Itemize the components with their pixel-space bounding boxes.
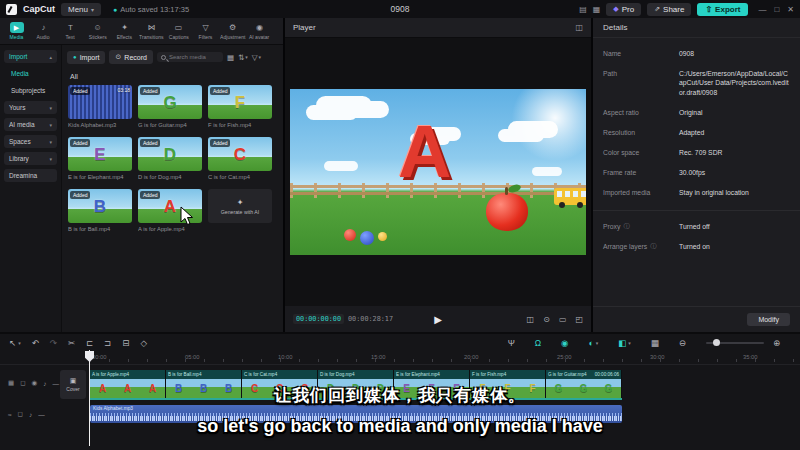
detail-imported-value: Stay in original location [679,188,790,197]
sparkle-icon: ✦ [237,198,244,207]
link-toggle-icon[interactable]: ◉ [561,338,568,348]
total-time: 00:00:28:17 [348,315,393,323]
tab-ai-avatar[interactable]: ◉ AI avatar [246,22,273,40]
tab-stickers[interactable]: ☺ Stickers [84,22,111,40]
sort-icon[interactable]: ⇅▾ [238,53,248,62]
sidebar-item-spaces[interactable]: Spaces ▾ [4,135,57,148]
share-button[interactable]: ⇗ Share [647,3,691,16]
tab-media[interactable]: ▶ Media [3,22,30,40]
detach-player-icon[interactable]: ◫ [575,23,583,32]
sidebar-item-library[interactable]: Library ▾ [4,152,57,165]
mirror-preview-icon[interactable]: ⊙ [543,315,550,324]
trim-left-button[interactable]: ⊏ [86,338,93,348]
player-panel: Player ◫ A [285,18,591,332]
ratio-icon[interactable]: ▭ [559,315,567,324]
close-button[interactable]: ✕ [787,5,794,14]
modify-button[interactable]: Modify [747,313,790,326]
preview-frames-icon[interactable]: ▦ [651,338,659,348]
divider [593,210,800,211]
media-item-c-cat[interactable]: Added C C is for Cat.mp4 [208,137,272,180]
timeline-tracks: ▦ ◻ ◉ ♪ — ≈ ◻ ♪ — ▣ Cover A is for Apple… [0,365,800,450]
media-item-g-guitar[interactable]: Added G G is for Guitar.mp4 [138,85,202,128]
marker-button[interactable]: ◇ [140,338,147,348]
snap-toggle-icon[interactable]: Ω [535,338,541,348]
voiceover-mic-icon[interactable]: Ψ [508,338,515,348]
cursor-icon: ↖ [9,338,16,348]
redo-button[interactable]: ↷ [50,338,57,348]
delete-button[interactable]: ⊟ [122,338,129,348]
added-badge: Added [210,87,230,95]
zoom-in-icon[interactable]: ⊕ [773,338,780,348]
tab-filters[interactable]: ▽ Filters [192,22,219,40]
grid-view-icon[interactable]: ▦ [227,53,234,62]
sidebar-item-media[interactable]: Media [4,67,57,80]
snapshot-icon[interactable]: ◫ [527,315,535,324]
chevron-down-icon: ▾ [49,156,52,162]
media-item-e-elephant[interactable]: Added E E is for Elephant.mp4 [68,137,132,180]
chevron-down-icon: ▾ [91,6,94,13]
detail-proxy-value: Turned off [679,222,790,231]
current-time: 00:00:00:00 [293,314,344,324]
record-button[interactable]: ⊙ Record [109,50,152,64]
track-options-toggle[interactable]: ◧▾ [618,338,631,348]
media-panel: ● Import ⊙ Record ▦ ⇅▾ ▽▾ [62,45,283,332]
zoom-slider-knob[interactable] [713,339,720,346]
undo-button[interactable]: ↶ [32,338,39,348]
menu-button[interactable]: Menu ▾ [61,3,101,16]
tab-adjustment[interactable]: ⚙ Adjustment [219,22,246,40]
layout-toggle-icon[interactable]: ▤ [579,5,587,14]
import-button[interactable]: ● Import [67,51,105,64]
chevron-down-icon: ▾ [18,340,21,346]
zoom-out-icon[interactable]: ⊖ [679,338,686,348]
added-badge: Added [70,139,90,147]
detail-resolution-value: Adapted [679,128,790,137]
caption-track-toggle[interactable]: ◐▾ [589,338,599,348]
tab-text[interactable]: T Text [57,22,84,40]
tab-audio[interactable]: ♪ Audio [30,22,57,40]
play-button[interactable]: ▶ [434,314,442,325]
pro-button[interactable]: ◆ Pro [606,3,641,16]
info-icon[interactable]: ⓘ [623,222,629,230]
timeline-ruler[interactable]: 00:00 05:00 10:00 15:00 20:00 25:00 30:0… [0,351,800,365]
added-badge: Added [140,87,160,95]
captions-icon: ▭ [175,22,183,33]
tab-effects[interactable]: ✦ Effects [111,22,138,40]
timeline-toolbar: ↖▾ ↶ ↷ ✂ ⊏ ⊐ ⊟ ◇ Ψ Ω ◉ ◐▾ ◧▾ ▦ ⊖ ⊕ [0,334,800,351]
generate-with-ai-card[interactable]: ✦ Generate with AI [208,189,272,232]
media-item-f-fish[interactable]: Added F F is for Fish.mp4 [208,85,272,128]
sidebar-item-ai-media[interactable]: AI media ▾ [4,118,57,131]
audio-icon: ♪ [42,22,46,33]
search-input[interactable] [169,54,213,60]
timeline-zoom-slider[interactable] [706,342,764,344]
mouse-cursor [180,206,194,230]
trim-right-button[interactable]: ⊐ [104,338,111,348]
cloud [498,129,544,142]
ribbon-tabs: ▶ Media ♪ Audio T Text ☺ Stickers ✦ Ef [0,18,283,45]
filter-icon[interactable]: ▽▾ [252,53,261,62]
media-grid: Added 03:18 Kids Alphabet.mp3 Added G G … [68,85,272,232]
minimize-button[interactable]: — [758,5,766,14]
sidebar-item-subprojects[interactable]: Subprojects [4,84,57,97]
split-button[interactable]: ✂ [68,338,75,348]
ball [344,229,356,241]
fullscreen-icon[interactable]: ◰ [575,315,583,324]
panel-layout-icon[interactable]: ▦ [593,5,601,14]
search-box[interactable] [157,52,223,62]
school-bus [554,188,586,205]
player-controls: 00:00:00:00 00:00:28:17 ▶ ◫ ⊙ ▭ ◰ [285,306,591,332]
sidebar-item-dreamina[interactable]: Dreamina [4,169,57,182]
select-tool-button[interactable]: ↖▾ [9,338,21,348]
detail-path-value: C:/Users/Emerson/AppData/Local/CapCut/Us… [679,69,790,97]
detail-name-value: 0908 [679,49,790,58]
info-icon[interactable]: ⓘ [650,242,656,250]
tab-captions[interactable]: ▭ Captions [165,22,192,40]
media-item-kids-alphabet[interactable]: Added 03:18 Kids Alphabet.mp3 [68,85,132,128]
sidebar-item-yours[interactable]: Yours ▾ [4,101,57,114]
tab-transitions[interactable]: ⋈ Transitions [138,22,165,40]
ai-avatar-icon: ◉ [256,22,263,33]
maximize-button[interactable]: □ [774,5,779,14]
media-item-d-dog[interactable]: Added D D is for Dog.mp4 [138,137,202,180]
sidebar-item-import[interactable]: Import ▴ [4,50,57,63]
media-item-b-ball[interactable]: Added B B is for Ball.mp4 [68,189,132,232]
export-button[interactable]: ⇧ Export [697,3,748,16]
